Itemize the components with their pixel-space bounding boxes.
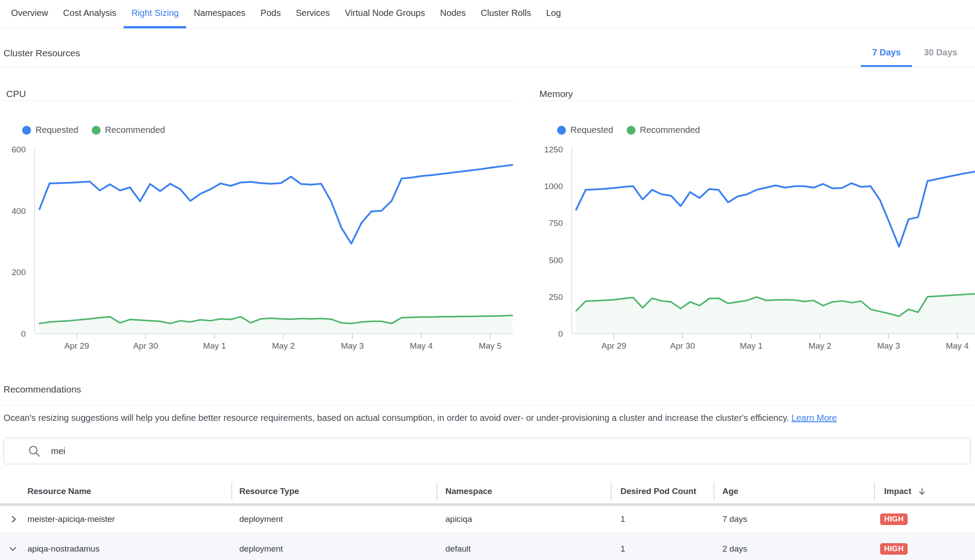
tab-log[interactable]: Log xyxy=(538,0,568,28)
requested-dot-icon xyxy=(557,126,566,135)
legend-recommended: Recommended xyxy=(92,125,165,135)
tab-overview[interactable]: Overview xyxy=(4,0,55,28)
tab-virtual-node-groups[interactable]: Virtual Node Groups xyxy=(337,0,433,28)
svg-text:1250: 1250 xyxy=(544,145,563,154)
recommendations-title: Recommendations xyxy=(4,384,81,395)
svg-text:May 4: May 4 xyxy=(410,341,433,350)
svg-text:500: 500 xyxy=(549,256,563,265)
legend-requested-label: Requested xyxy=(570,125,613,135)
requested-dot-icon xyxy=(22,126,31,135)
svg-text:200: 200 xyxy=(12,268,26,277)
chevron-down-icon xyxy=(9,545,17,553)
tab-services[interactable]: Services xyxy=(288,0,337,28)
cpu-legend: Requested Recommended xyxy=(22,125,165,135)
right-sizing-page: Overview Cost Analysis Right Sizing Name… xyxy=(0,0,975,560)
svg-text:May 4: May 4 xyxy=(946,341,969,350)
age-cell: 2 days xyxy=(722,533,747,560)
column-divider xyxy=(714,482,714,501)
svg-text:Apr 29: Apr 29 xyxy=(601,341,626,350)
svg-text:1000: 1000 xyxy=(544,182,563,191)
svg-text:600: 600 xyxy=(12,145,26,154)
svg-text:May 1: May 1 xyxy=(740,341,763,350)
impact-header-label: Impact xyxy=(884,486,911,497)
svg-text:0: 0 xyxy=(558,329,563,338)
svg-text:May 2: May 2 xyxy=(808,341,831,350)
chevron-right-icon xyxy=(10,515,18,523)
legend-recommended: Recommended xyxy=(627,125,700,135)
sort-descending-icon[interactable] xyxy=(917,487,927,496)
column-divider xyxy=(611,482,612,501)
memory-chart-svg: 025050075010001250Apr 29Apr 30May 1May 2… xyxy=(534,142,975,354)
column-header-impact[interactable]: Impact xyxy=(884,486,927,497)
cpu-chart-svg: 0200400600Apr 29Apr 30May 1May 2May 3May… xyxy=(0,142,514,354)
namespace-cell: default xyxy=(445,533,471,560)
collapse-row-button[interactable] xyxy=(9,533,17,560)
range-7-days[interactable]: 7 Days xyxy=(861,43,913,67)
resource-search-box xyxy=(4,438,971,464)
range-30-days[interactable]: 30 Days xyxy=(912,43,969,67)
section-divider xyxy=(0,67,975,67)
tab-nodes[interactable]: Nodes xyxy=(433,0,473,28)
svg-text:May 5: May 5 xyxy=(479,341,502,350)
recommendations-divider xyxy=(0,405,975,405)
tab-right-sizing[interactable]: Right Sizing xyxy=(124,0,186,28)
column-header-resource-name[interactable]: Resource Name xyxy=(27,486,91,497)
impact-cell: HIGH xyxy=(880,533,908,560)
svg-text:Apr 30: Apr 30 xyxy=(670,341,695,350)
cpu-chart-title: CPU xyxy=(6,89,26,99)
age-cell: 7 days xyxy=(722,506,747,533)
resource-type-cell: deployment xyxy=(239,506,283,533)
svg-text:May 2: May 2 xyxy=(272,341,295,350)
recommended-dot-icon xyxy=(627,126,636,135)
svg-text:0: 0 xyxy=(21,329,26,338)
svg-text:May 3: May 3 xyxy=(341,341,364,350)
search-input[interactable] xyxy=(50,446,970,457)
tab-namespaces[interactable]: Namespaces xyxy=(186,0,253,28)
svg-text:750: 750 xyxy=(549,218,563,228)
top-nav: Overview Cost Analysis Right Sizing Name… xyxy=(0,0,975,29)
legend-requested: Requested xyxy=(22,125,78,135)
table-row: meister-apiciqa-meister deployment apici… xyxy=(0,506,975,533)
memory-chart-title: Memory xyxy=(539,89,573,99)
column-header-namespace[interactable]: Namespace xyxy=(445,486,492,497)
cpu-title-border xyxy=(0,101,514,101)
svg-text:May 3: May 3 xyxy=(877,341,900,350)
resource-name-link[interactable]: apiqa-nostradamus xyxy=(27,533,100,560)
svg-text:250: 250 xyxy=(549,292,563,302)
impact-cell: HIGH xyxy=(880,506,908,533)
recommendations-description-text: Ocean's resizing suggestions will help y… xyxy=(4,413,792,423)
search-icon xyxy=(28,445,40,457)
tab-pods[interactable]: Pods xyxy=(253,0,289,28)
column-divider xyxy=(874,482,875,501)
legend-recommended-label: Recommended xyxy=(640,125,700,135)
tab-cost-analysis[interactable]: Cost Analysis xyxy=(55,0,124,28)
column-divider xyxy=(231,482,232,501)
legend-recommended-label: Recommended xyxy=(105,125,165,135)
cluster-resources-title: Cluster Resources xyxy=(4,48,80,58)
svg-text:400: 400 xyxy=(12,206,26,216)
recommendations-description: Ocean's resizing suggestions will help y… xyxy=(4,413,837,423)
namespace-cell: apiciqa xyxy=(445,506,472,533)
resource-type-cell: deployment xyxy=(239,533,283,560)
expand-row-button[interactable] xyxy=(10,506,18,533)
column-divider xyxy=(437,482,437,501)
legend-requested-label: Requested xyxy=(35,125,78,135)
column-header-age[interactable]: Age xyxy=(722,486,738,497)
column-header-desired-pod-count[interactable]: Desired Pod Count xyxy=(620,486,696,497)
memory-legend: Requested Recommended xyxy=(557,125,700,135)
svg-text:Apr 29: Apr 29 xyxy=(64,341,89,350)
impact-high-badge: HIGH xyxy=(880,543,908,555)
desired-pod-count-cell: 1 xyxy=(620,533,625,560)
impact-high-badge: HIGH xyxy=(880,513,908,525)
desired-pod-count-cell: 1 xyxy=(620,506,625,533)
recommended-dot-icon xyxy=(92,126,101,135)
memory-title-border xyxy=(534,101,975,101)
time-range-toggle: 7 Days 30 Days xyxy=(861,43,969,67)
resource-name-link[interactable]: meister-apiciqa-meister xyxy=(27,506,115,533)
legend-requested: Requested xyxy=(557,125,613,135)
learn-more-link[interactable]: Learn More xyxy=(792,413,837,423)
tab-cluster-rolls[interactable]: Cluster Rolls xyxy=(473,0,538,28)
column-header-resource-type[interactable]: Resource Type xyxy=(239,486,299,497)
svg-text:May 1: May 1 xyxy=(203,341,226,350)
table-row: apiqa-nostradamus deployment default 1 2… xyxy=(0,533,975,560)
